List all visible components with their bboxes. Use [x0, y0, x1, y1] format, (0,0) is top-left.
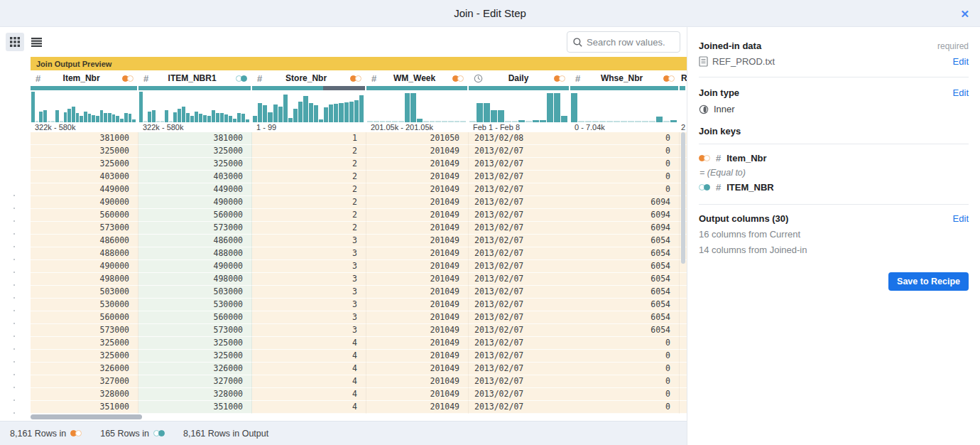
row-marker [0, 279, 31, 291]
table-cell: 3 [252, 311, 366, 324]
table-cell: 2 [252, 171, 366, 183]
table-cell: 328000 [138, 388, 252, 401]
table-cell: 0 [570, 337, 680, 350]
preview-pane: Join Output Preview # Item_Nbr 322k - 58… [0, 27, 687, 445]
join-type-value: Inner [714, 104, 735, 114]
row-marker [0, 266, 31, 279]
table-cell: 0 [570, 401, 680, 414]
histogram-bar [190, 116, 194, 122]
histogram-bar [84, 112, 87, 122]
column-Whse_Nbr: # Whse_Nbr 0 - 7.04k 0000060946094609460… [570, 70, 680, 414]
column-header-Daily[interactable]: Daily [469, 70, 570, 86]
join-keys-label: Join keys [699, 126, 741, 136]
histogram-bar [410, 93, 416, 122]
histogram-bar [220, 113, 224, 122]
histogram-bar [186, 113, 190, 122]
histogram-bar [314, 105, 318, 122]
column-histogram[interactable] [31, 90, 137, 122]
table-cell: 6054 [570, 324, 680, 337]
table-cell: 4 [252, 337, 366, 350]
histogram-bar [39, 112, 43, 122]
list-view-button[interactable] [27, 33, 45, 51]
table-cell: 3 [252, 299, 366, 311]
table-cell: 201049 [366, 299, 469, 311]
table-cell: 327000 [138, 375, 252, 388]
table-cell: 530000 [138, 299, 252, 311]
column-header-Whse_Nbr[interactable]: # Whse_Nbr [570, 70, 680, 86]
output-columns-label: Output columns (30) [699, 213, 788, 224]
joined-in-file-name: REF_PROD.txt [712, 56, 775, 67]
table-cell: 486000 [138, 235, 252, 247]
table-cell [680, 324, 687, 337]
right-dataset-dots-icon [153, 430, 165, 436]
joined-in-data-label: Joined-in data [699, 41, 761, 51]
table-cell: 6054 [570, 273, 680, 286]
table-cell: 201049 [366, 363, 469, 375]
vertical-scrollbar[interactable] [681, 132, 685, 264]
table-cell: 490000 [138, 260, 252, 273]
row-marker [0, 227, 31, 240]
edit-joined-in-data-link[interactable]: Edit [953, 56, 969, 67]
table-cell [680, 273, 687, 286]
table-cell: 403000 [31, 171, 138, 183]
histogram-bar [80, 116, 83, 122]
search-input[interactable] [587, 37, 674, 48]
table-cell: 201049 [366, 286, 469, 299]
table-cell: 6054 [570, 235, 680, 247]
table-cell [680, 350, 687, 363]
column-header-Store_Nbr[interactable]: # Store_Nbr [252, 70, 366, 86]
rows-in-left-status: 8,161 Rows in [10, 429, 82, 439]
row-marker [0, 317, 31, 330]
table-cell: 449000 [31, 183, 138, 196]
close-icon[interactable]: ✕ [960, 8, 969, 18]
column-header-ITEM_NBR1[interactable]: # ITEM_NBR1 [138, 70, 252, 86]
row-marker [0, 330, 31, 343]
column-header-Item_Nbr[interactable]: # Item_Nbr [31, 70, 138, 86]
table-cell: 351000 [31, 401, 138, 414]
row-marker [0, 291, 31, 304]
column-range-label: 1 - 99 [252, 122, 366, 132]
edit-output-columns-link[interactable]: Edit [953, 213, 969, 224]
histogram-bar [199, 114, 202, 122]
file-icon [699, 56, 708, 67]
histogram-bar [173, 112, 177, 122]
column-name: Store_Nbr [265, 73, 347, 83]
join-output-preview-table: Join Output Preview # Item_Nbr 322k - 58… [0, 57, 687, 414]
table-cell: 503000 [31, 286, 138, 299]
histogram-bar [571, 93, 577, 122]
horizontal-scrollbar[interactable] [31, 414, 142, 419]
grid-view-button[interactable] [6, 33, 24, 51]
column-histogram[interactable] [252, 90, 365, 122]
table-cell: 328000 [31, 388, 138, 401]
table-cell: 6054 [570, 311, 680, 324]
histogram-bar [498, 110, 504, 122]
table-cell: 449000 [138, 183, 252, 196]
table-cell: 325000 [138, 145, 252, 158]
table-cell: 6054 [570, 299, 680, 311]
table-cell: 201049 [366, 183, 469, 196]
left-dataset-dots-icon [122, 75, 134, 82]
preview-columns: # Item_Nbr 322k - 580k 38100032500032500… [31, 70, 687, 414]
edit-join-type-link[interactable]: Edit [953, 87, 969, 98]
histogram-bar [303, 96, 307, 122]
output-columns-current-count: 16 columns from Current [699, 229, 969, 240]
histogram-bar [72, 107, 75, 122]
column-histogram[interactable] [366, 90, 467, 122]
table-cell: 6054 [570, 247, 680, 260]
histogram-bar [116, 116, 119, 122]
table-cell: 326000 [138, 363, 252, 375]
column-histogram[interactable] [138, 90, 251, 122]
column-histogram[interactable] [469, 90, 569, 122]
column-range-label: 322k - 580k [31, 122, 138, 132]
histogram-bar [67, 109, 71, 122]
save-to-recipe-button[interactable]: Save to Recipe [888, 272, 969, 291]
histogram-bar [96, 116, 99, 122]
column-cells: 0000060946094609460546054605460546054605… [570, 132, 680, 414]
table-cell: 0 [570, 388, 680, 401]
column-header-WM_Week[interactable]: # WM_Week [366, 70, 469, 86]
table-cell: 0 [570, 363, 680, 375]
histogram-bar [491, 110, 497, 122]
table-cell: 201049 [366, 350, 469, 363]
histogram-bar [561, 116, 567, 122]
column-histogram[interactable] [570, 90, 678, 122]
